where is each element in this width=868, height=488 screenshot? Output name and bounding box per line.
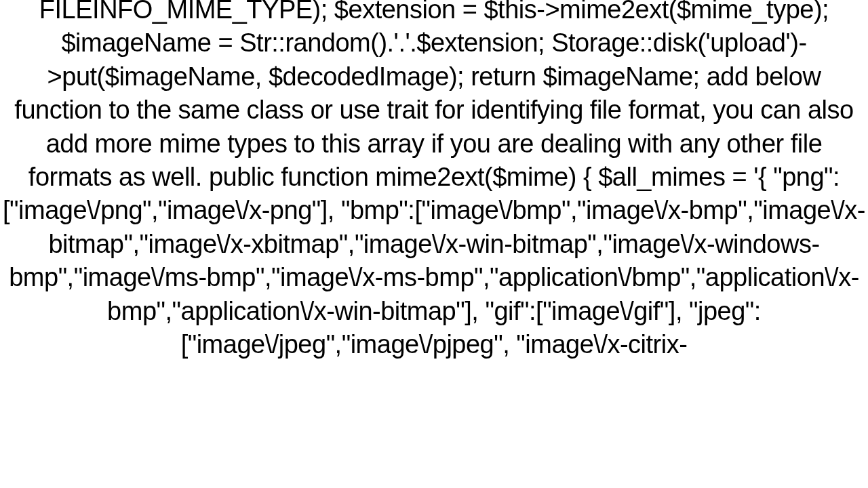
code-text-block: FILEINFO_MIME_TYPE); $extension = $this-… [0, 0, 868, 361]
